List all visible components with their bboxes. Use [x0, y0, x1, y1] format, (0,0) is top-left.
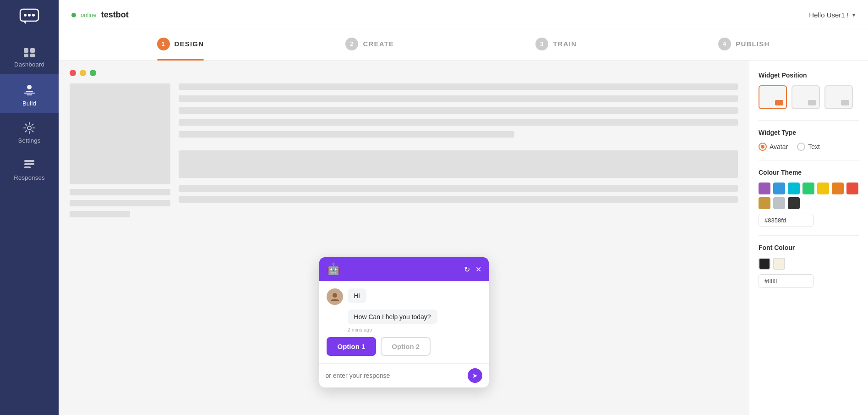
radio-avatar-dot [761, 145, 764, 149]
radio-text-circle [797, 143, 805, 151]
fake-line-2 [70, 200, 170, 206]
top-bar: online testbot Hello User1 ! ▾ [59, 0, 868, 29]
svg-point-2 [28, 14, 31, 17]
radio-avatar[interactable]: Avatar [759, 143, 788, 151]
fake-line-r5 [179, 131, 514, 138]
chat-bot-reply: How Can I help you today? [348, 310, 437, 324]
position-bottom-center[interactable] [792, 85, 820, 109]
font-colour-section: Font Colour [759, 244, 859, 288]
swatch-red[interactable] [846, 183, 858, 194]
user-menu[interactable]: Hello User1 ! ▾ [809, 11, 855, 19]
swatch-yellow[interactable] [817, 183, 829, 194]
chat-bubble-icon [19, 8, 39, 25]
sidebar-logo [0, 0, 59, 35]
sidebar-item-dashboard[interactable]: Dashboard [0, 39, 59, 74]
swatch-orange[interactable] [832, 183, 844, 194]
step-publish[interactable]: 4 PUBLISH [718, 38, 770, 52]
chat-message-hi: Hi [327, 288, 481, 305]
chat-input[interactable] [326, 372, 464, 379]
chat-header-actions: ↻ ✕ [464, 265, 481, 274]
widget-position-options [759, 85, 859, 109]
step-train[interactable]: 3 TRAIN [535, 38, 577, 52]
svg-rect-14 [24, 163, 34, 165]
window-dot-green [90, 70, 96, 76]
radio-text-label: Text [808, 143, 820, 150]
font-swatch-dark[interactable] [759, 258, 770, 270]
chat-close-button[interactable]: ✕ [475, 265, 481, 274]
radio-avatar-label: Avatar [770, 143, 788, 150]
position-indicator-active [775, 100, 783, 105]
fake-line-r7 [179, 196, 738, 203]
chat-options: Option 1 Option 2 [327, 337, 481, 356]
sidebar-item-build[interactable]: Build [0, 74, 59, 113]
radio-text[interactable]: Text [797, 143, 820, 151]
chat-option-2[interactable]: Option 2 [381, 337, 431, 356]
divider-3 [759, 235, 859, 236]
bot-name: testbot [101, 10, 129, 20]
user-avatar [327, 288, 343, 305]
swatch-gray[interactable] [773, 197, 785, 209]
swatch-brown[interactable] [759, 197, 770, 209]
font-swatch-light[interactable] [773, 258, 785, 270]
svg-point-8 [27, 85, 32, 89]
workspace: 🤖 ↻ ✕ [59, 61, 868, 415]
svg-rect-11 [27, 94, 32, 95]
step-design[interactable]: 1 DESIGN [157, 38, 204, 52]
sidebar-label-build: Build [22, 100, 36, 107]
position-bottom-right[interactable] [759, 85, 787, 109]
chat-hi-bubble: Hi [348, 288, 366, 303]
swatch-green[interactable] [802, 183, 814, 194]
fake-line-r3 [179, 107, 738, 114]
avatar-icon [330, 292, 340, 302]
sidebar-item-settings[interactable]: Settings [0, 113, 59, 150]
fake-line-r2 [179, 95, 738, 102]
dashboard-icon [23, 47, 36, 58]
widget-type-title: Widget Type [759, 129, 859, 136]
swatch-purple[interactable] [759, 183, 770, 194]
fake-line-r6 [179, 185, 738, 192]
svg-point-1 [24, 14, 27, 17]
step-3-circle: 3 [535, 38, 548, 50]
step-4-circle: 4 [718, 38, 731, 50]
main-content: online testbot Hello User1 ! ▾ 1 DESIGN … [59, 0, 868, 415]
bot-emoji: 🤖 [327, 263, 340, 276]
svg-rect-7 [30, 54, 35, 57]
step-3-label: TRAIN [553, 40, 577, 48]
swatch-cyan[interactable] [788, 183, 800, 194]
colour-hex-row [759, 214, 859, 227]
step-2-label: CREATE [363, 40, 394, 48]
chevron-down-icon: ▾ [852, 12, 855, 18]
step-4-label: PUBLISH [736, 40, 770, 48]
svg-rect-6 [24, 54, 28, 57]
window-dot-yellow [80, 70, 86, 76]
swatch-blue[interactable] [773, 183, 785, 194]
fake-rect-r1 [179, 150, 738, 178]
step-create[interactable]: 2 CREATE [345, 38, 394, 52]
fake-line-r1 [179, 83, 738, 90]
chat-send-button[interactable]: ➤ [468, 368, 482, 383]
divider-1 [759, 120, 859, 121]
font-hex-input[interactable] [759, 274, 813, 288]
colour-hex-input[interactable] [759, 214, 813, 227]
sidebar-item-responses[interactable]: Responses [0, 150, 59, 188]
fake-image-block [70, 83, 170, 184]
position-bottom-left[interactable] [824, 85, 853, 109]
fake-line-1 [70, 189, 170, 195]
chat-input-row: ➤ [319, 363, 489, 387]
svg-rect-13 [24, 160, 34, 162]
preview-panel: 🤖 ↻ ✕ [59, 61, 749, 415]
divider-2 [759, 160, 859, 160]
swatch-dark[interactable] [788, 197, 800, 209]
chat-widget: 🤖 ↻ ✕ [319, 257, 489, 387]
fake-line-r4 [179, 119, 738, 126]
chat-refresh-button[interactable]: ↻ [464, 265, 470, 274]
svg-point-16 [333, 293, 337, 298]
step-2-circle: 2 [345, 38, 358, 50]
svg-rect-10 [24, 93, 35, 94]
build-icon [22, 83, 37, 97]
colour-theme-title: Colour Theme [759, 169, 859, 176]
steps-nav: 1 DESIGN 2 CREATE 3 TRAIN 4 PUBLISH [59, 29, 868, 61]
chat-header-bot: 🤖 [327, 263, 340, 276]
step-1-label: DESIGN [175, 40, 204, 48]
chat-option-1[interactable]: Option 1 [327, 337, 377, 356]
